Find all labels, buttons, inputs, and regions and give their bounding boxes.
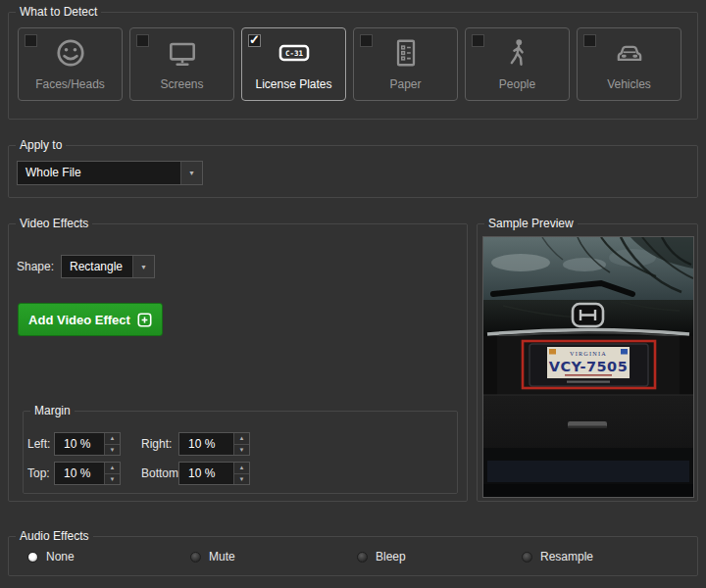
tile-label: People — [466, 77, 569, 91]
monitor-icon — [166, 36, 199, 70]
margin-right-label: Right: — [141, 437, 172, 451]
detect-tile-license-plates[interactable]: ✓ C-31 License Plates — [241, 27, 346, 101]
add-video-effect-label: Add Video Effect — [28, 313, 130, 327]
add-video-effect-button[interactable]: Add Video Effect — [18, 303, 163, 336]
shape-label: Shape: — [17, 260, 54, 273]
sample-preview-image: VIRGINIA VCY-7505 — [482, 236, 694, 498]
apply-to-group: Apply to Whole File ▼ — [8, 145, 698, 198]
car-icon — [613, 36, 646, 70]
tile-label: Screens — [130, 77, 233, 91]
radio-label: Mute — [209, 550, 235, 564]
shape-value: Rectangle — [62, 256, 132, 277]
margin-left-label: Left: — [27, 437, 50, 451]
spin-down-icon[interactable]: ▼ — [105, 474, 120, 485]
video-effects-group: Video Effects Shape: Rectangle ▼ Add Vid… — [8, 223, 468, 502]
margin-top-value[interactable]: 10 % — [55, 463, 104, 484]
sample-preview-title: Sample Preview — [484, 217, 578, 231]
audio-effects-title: Audio Effects — [16, 529, 93, 544]
shape-dropdown[interactable]: Rectangle ▼ — [61, 255, 155, 278]
spin-down-icon[interactable]: ▼ — [234, 474, 249, 485]
chevron-down-icon[interactable]: ▼ — [180, 162, 202, 184]
tile-label: Paper — [354, 77, 457, 91]
margin-bottom-spinner[interactable]: 10 % ▲▼ — [178, 462, 250, 485]
plate-number-text: VCY-7505 — [549, 359, 629, 374]
tile-label: Vehicles — [578, 77, 681, 91]
radio-icon[interactable] — [522, 552, 532, 563]
faces-checkbox[interactable] — [25, 34, 37, 47]
margin-left-value[interactable]: 10 % — [55, 433, 104, 455]
svg-text:C-31: C-31 — [285, 49, 303, 58]
margin-top-label: Top: — [27, 466, 50, 480]
apply-to-value: Whole File — [18, 162, 180, 184]
margin-right-spinner[interactable]: 10 % ▲▼ — [178, 432, 250, 456]
audio-effects-group: Audio Effects None Mute Bleep Resample — [8, 536, 698, 576]
apply-to-title: Apply to — [16, 138, 66, 153]
detect-tile-vehicles[interactable]: Vehicles — [577, 27, 681, 101]
spin-down-icon[interactable]: ▼ — [234, 445, 249, 456]
spin-up-icon[interactable]: ▲ — [105, 433, 120, 445]
margin-right-value[interactable]: 10 % — [179, 433, 233, 455]
audio-radio-bleep[interactable]: Bleep — [357, 550, 406, 564]
license-plate-icon: C-31 — [277, 36, 311, 70]
margin-bottom-label: Bottom: — [141, 466, 181, 480]
sample-preview-group: Sample Preview — [477, 223, 698, 502]
spin-up-icon[interactable]: ▲ — [234, 433, 249, 445]
chevron-down-icon[interactable]: ▼ — [132, 256, 154, 277]
plate-region-text: VIRGINIA — [570, 350, 607, 357]
vehicles-checkbox[interactable] — [583, 34, 596, 47]
apply-to-dropdown[interactable]: Whole File ▼ — [17, 161, 203, 185]
spin-up-icon[interactable]: ▲ — [234, 463, 249, 474]
margin-group: Margin Left: 10 % ▲▼ Right: 10 % ▲▼ Top:… — [23, 411, 458, 494]
audio-radio-resample[interactable]: Resample — [522, 550, 593, 564]
license-plates-checkbox[interactable]: ✓ — [248, 34, 261, 47]
detect-tile-screens[interactable]: Screens — [129, 27, 234, 101]
paper-checkbox[interactable] — [360, 34, 373, 47]
margin-top-spinner[interactable]: 10 % ▲▼ — [54, 462, 121, 485]
radio-label: Bleep — [376, 550, 406, 564]
screens-checkbox[interactable] — [136, 34, 149, 47]
margin-title: Margin — [30, 404, 75, 418]
spin-up-icon[interactable]: ▲ — [105, 463, 120, 474]
detect-tile-faces[interactable]: Faces/Heads — [18, 27, 123, 101]
radio-icon[interactable] — [27, 552, 38, 563]
audio-radio-none[interactable]: None — [27, 550, 75, 564]
margin-left-spinner[interactable]: 10 % ▲▼ — [54, 432, 121, 456]
walking-person-icon — [501, 36, 534, 70]
audio-radio-mute[interactable]: Mute — [190, 550, 235, 564]
smiley-face-icon — [54, 36, 87, 70]
video-effects-title: Video Effects — [16, 217, 92, 231]
radio-label: Resample — [540, 550, 593, 564]
radio-label: None — [46, 550, 75, 564]
detect-tile-paper[interactable]: Paper — [353, 27, 458, 101]
people-checkbox[interactable] — [472, 34, 484, 47]
detect-tile-people[interactable]: People — [465, 27, 570, 101]
radio-icon[interactable] — [190, 552, 201, 563]
tile-label: License Plates — [242, 77, 345, 91]
plus-box-icon — [137, 313, 152, 327]
spin-down-icon[interactable]: ▼ — [105, 445, 120, 456]
tile-label: Faces/Heads — [19, 77, 122, 91]
detect-group: What to Detect Faces/Heads Screens ✓ C-3… — [8, 12, 698, 120]
document-list-icon — [389, 36, 423, 70]
margin-bottom-value[interactable]: 10 % — [179, 463, 233, 484]
radio-icon[interactable] — [357, 552, 368, 563]
detect-group-title: What to Detect — [16, 5, 101, 20]
